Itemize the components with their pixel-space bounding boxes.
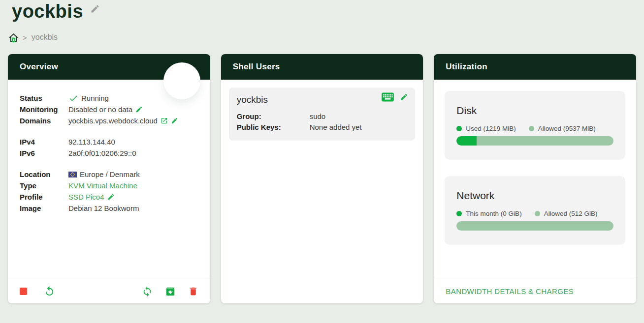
public-keys-label: Public Keys: [237,122,310,133]
vps-dashboard-page: yockbis > yockbis Overview [0,0,644,323]
shell-user-item: yockbis Group: sudo Public Keys: None ad… [229,88,416,141]
disk-usage-panel: Disk Used (1219 MiB) Allowed (9537 MiB) [445,91,625,160]
open-domain-button[interactable] [161,117,168,124]
trash-icon [188,286,198,296]
disk-usage-bar [456,136,613,146]
image-value: Debian 12 Bookworm [68,203,139,214]
rename-server-button[interactable] [90,4,100,14]
location-value: Europe / Denmark [80,169,140,180]
network-usage-bar [456,221,613,231]
edit-monitoring-button[interactable] [135,106,143,113]
home-icon [8,32,19,43]
public-keys-value: None added yet [310,122,362,133]
location-row: Location [20,169,198,180]
monitoring-value: Disabled or no data [68,104,132,115]
network-used-legend: This month (0 GiB) [456,210,521,217]
status-label: Status [20,92,68,104]
shell-user-keys-row: Public Keys: None added yet [237,122,408,133]
utilization-card-header: Utilization [434,54,636,80]
pencil-icon [171,117,178,124]
open-terminal-button[interactable] [382,92,394,102]
breadcrumb-separator: > [23,33,27,42]
breadcrumb-home-link[interactable] [8,32,19,43]
network-title: Network [456,190,613,202]
group-label: Group: [237,111,310,122]
ipv6-label: IPv6 [20,147,68,159]
utilization-card: Utilization Disk Used (1219 MiB) Allowed… [434,54,636,303]
archive-icon [165,286,176,297]
bandwidth-details-link[interactable]: BANDWIDTH DETAILS & CHARGES [446,287,574,295]
server-actions-toolbar [8,279,210,303]
os-logo-placeholder [163,62,200,99]
overview-card-title: Overview [20,62,58,72]
check-icon [68,93,78,103]
breadcrumb-current: yockbis [32,33,58,42]
external-link-icon [161,117,168,124]
pencil-icon [90,4,100,14]
network-usage-panel: Network This month (0 GiB) Allowed (512 … [445,176,625,245]
profile-label: Profile [20,191,68,203]
pencil-icon [107,193,115,201]
shell-users-card: Shell Users [221,54,423,303]
stop-server-button[interactable] [20,288,27,295]
cards-row: Overview Status Running Monitoring [8,54,636,303]
shell-user-group-row: Group: sudo [237,111,408,122]
profile-link[interactable]: SSD Pico4 [68,191,104,203]
disk-title: Disk [456,105,613,117]
type-label: Type [20,180,68,191]
used-dot-icon [456,126,462,131]
disk-allowed-legend: Allowed (9537 MiB) [529,125,596,132]
utilization-card-title: Utilization [446,62,487,72]
ipv6-row: IPv6 2a0f:0f01:0206:29::0 [20,147,198,159]
network-allowed-legend: Allowed (512 GiB) [535,210,598,217]
page-header: yockbis [0,0,644,25]
restart-server-button[interactable] [44,286,55,297]
ipv4-label: IPv4 [20,136,68,147]
ipv4-row: IPv4 92.113.144.40 [20,136,198,147]
ipv4-value: 92.113.144.40 [68,136,115,147]
delete-server-button[interactable] [188,286,198,296]
stop-icon [20,288,27,295]
domains-label: Domains [20,115,68,126]
edit-shell-user-button[interactable] [400,93,408,101]
ipv6-value: 2a0f:0f01:0206:29::0 [68,147,136,159]
image-label: Image [20,203,68,214]
pencil-icon [400,93,408,101]
overview-card: Overview Status Running Monitoring [8,54,210,303]
utilization-footer: BANDWIDTH DETAILS & CHARGES [434,279,636,303]
status-value: Running [81,92,109,104]
disk-used-segment [456,136,477,146]
edit-profile-button[interactable] [107,193,115,201]
image-row: Image Debian 12 Bookworm [20,203,198,214]
location-label: Location [20,169,68,180]
monitoring-label: Monitoring [20,104,68,115]
restart-icon [44,286,55,297]
used-dot-icon [456,211,462,216]
edit-domains-button[interactable] [171,117,178,124]
breadcrumb: > yockbis [0,31,644,43]
pencil-icon [135,106,143,113]
allowed-dot-icon [529,126,534,131]
profile-row: Profile SSD Pico4 [20,191,198,203]
archive-server-button[interactable] [165,286,176,297]
sync-icon [142,286,153,297]
eu-flag-icon [68,172,77,177]
domains-row: Domains yockbis.vps.webdock.cloud [20,115,198,126]
allowed-dot-icon [535,211,540,216]
sync-server-button[interactable] [142,286,153,297]
page-title: yockbis [12,0,83,23]
group-value: sudo [310,111,326,122]
shell-users-card-title: Shell Users [233,62,280,72]
shell-users-card-header: Shell Users [221,54,423,80]
monitoring-row: Monitoring Disabled or no data [20,104,198,115]
keyboard-icon [382,92,394,102]
disk-used-legend: Used (1219 MiB) [456,125,515,132]
type-row: Type KVM Virtual Machine [20,180,198,191]
type-link[interactable]: KVM Virtual Machine [68,180,137,191]
domains-value: yockbis.vps.webdock.cloud [68,115,158,126]
